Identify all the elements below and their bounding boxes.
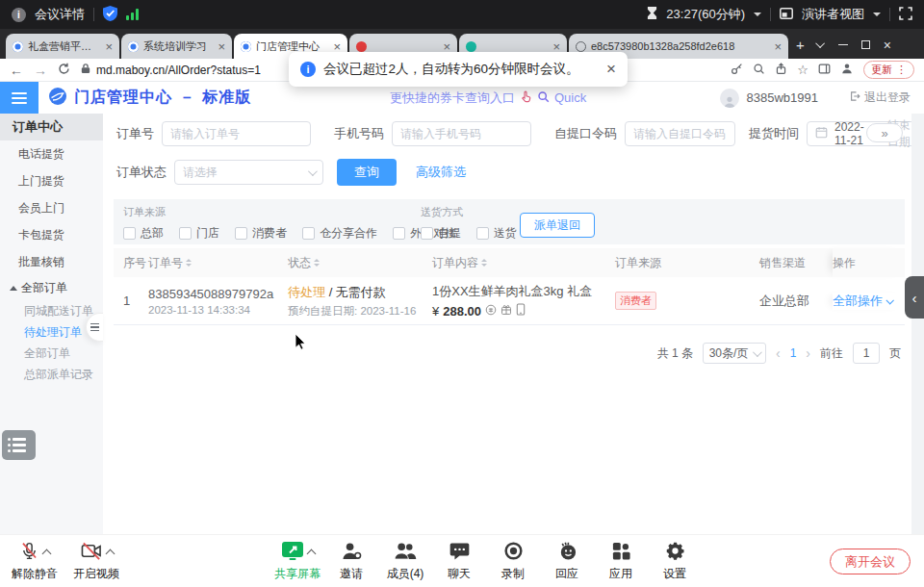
view-mode-label[interactable]: 演讲者视图 <box>802 6 864 23</box>
current-page[interactable]: 1 <box>790 346 797 360</box>
checkbox-consumer[interactable]: 消费者 <box>235 225 287 242</box>
checkbox-hq[interactable]: 总部 <box>123 225 164 242</box>
tab-close-icon[interactable]: × <box>443 40 450 53</box>
menu-kebab-icon[interactable]: ⋮ <box>896 64 907 76</box>
new-tab-button[interactable]: + <box>796 37 805 53</box>
refresh-button[interactable] <box>58 63 70 78</box>
search-button[interactable]: 查询 <box>337 159 397 186</box>
checkbox-self-pickup[interactable]: 自提 <box>421 225 461 242</box>
order-created-time: 2023-11-13 14:33:34 <box>148 304 288 316</box>
checkbox-delivery[interactable]: 送货 <box>476 225 517 242</box>
tool-label: 设置 <box>663 566 686 582</box>
logout-button[interactable]: 退出登录 <box>849 89 911 106</box>
sidebar-group-all-orders[interactable]: 全部订单 <box>0 275 103 300</box>
order-no-label: 订单号 <box>116 125 154 142</box>
fullscreen-icon[interactable] <box>899 7 912 23</box>
tab-search-icon[interactable] <box>815 38 825 48</box>
floating-list-button[interactable] <box>2 430 36 460</box>
prev-page-button[interactable]: ‹ <box>776 345 781 361</box>
sort-icon[interactable] <box>186 256 192 269</box>
meeting-info-icon[interactable]: i <box>12 8 26 22</box>
tab-close-icon[interactable]: × <box>105 40 113 53</box>
dispatch-return-button[interactable]: 派单退回 <box>520 213 595 238</box>
back-button[interactable]: ← <box>10 63 23 78</box>
advanced-filter-link[interactable]: 高级筛选 <box>416 164 466 181</box>
tab-close-icon[interactable]: × <box>552 40 560 53</box>
share-icon[interactable] <box>775 63 787 78</box>
sort-icon[interactable] <box>481 256 487 269</box>
view-dropdown-icon[interactable] <box>873 13 881 20</box>
tool-label: 解除静音 <box>12 566 58 582</box>
quick-label[interactable]: Quick <box>554 90 586 105</box>
invite-button[interactable]: 邀请 <box>324 541 378 582</box>
tab-close-icon[interactable]: × <box>774 40 782 53</box>
window-close-button[interactable]: × <box>884 38 891 53</box>
bookmark-star-icon[interactable]: ☆ <box>797 63 808 77</box>
date-range-picker[interactable]: 2022-11-21 - 结束日期 <box>807 121 924 146</box>
main-area: 订单中心 电话提货 上门提货 会员上门 卡包提货 批量核销 全部订单 同城配送订… <box>0 114 924 534</box>
phone-input[interactable] <box>392 121 531 146</box>
tab-close-icon[interactable]: × <box>333 40 341 53</box>
col-status[interactable]: 状态 <box>288 255 432 271</box>
order-no-input[interactable] <box>162 121 311 146</box>
meeting-panel-handle[interactable]: ‹ <box>905 276 924 319</box>
order-no-value[interactable]: 83859345088979792a <box>148 287 288 301</box>
col-content[interactable]: 订单内容 <box>432 255 615 271</box>
start-date-value[interactable]: 2022-11-21 <box>834 120 870 147</box>
apps-button[interactable]: 应用 <box>594 541 648 582</box>
username[interactable]: 8385wb1991 <box>747 90 818 105</box>
sidebar-item-member-visit[interactable]: 会员上门 <box>0 194 103 221</box>
page-size-select[interactable]: 30条/页 <box>703 343 766 364</box>
tab-close-icon[interactable]: × <box>218 40 225 53</box>
mic-options-caret[interactable] <box>42 549 52 558</box>
chat-button[interactable]: 聊天 <box>432 541 486 582</box>
sidebar-subitem-all-orders[interactable]: 全部订单 <box>0 343 103 364</box>
col-order-no[interactable]: 订单号 <box>148 255 288 271</box>
window-maximize-button[interactable] <box>861 40 870 49</box>
forward-button[interactable]: → <box>34 63 47 78</box>
timer-dropdown-icon[interactable] <box>754 13 761 20</box>
profile-icon[interactable] <box>840 62 854 78</box>
reactions-button[interactable]: 回应 <box>540 541 594 582</box>
pickup-code-input[interactable] <box>625 121 735 146</box>
share-screen-button[interactable]: 共享屏幕 <box>270 541 324 582</box>
camera-options-caret[interactable] <box>105 549 115 558</box>
toast-close-icon[interactable]: × <box>606 60 616 79</box>
sort-icon[interactable] <box>314 256 320 269</box>
unmute-button[interactable]: 解除静音 <box>8 541 62 582</box>
menu-hamburger-button[interactable] <box>0 82 38 114</box>
members-button[interactable]: 成员(4) <box>378 541 432 582</box>
sidebar-item-door-pickup[interactable]: 上门提货 <box>0 167 103 194</box>
record-button[interactable]: 录制 <box>486 541 540 582</box>
sidebar-item-batch-verify[interactable]: 批量核销 <box>0 248 103 275</box>
quick-entry-text[interactable]: 更快捷的券卡查询入口 <box>390 89 515 107</box>
goto-page-input[interactable] <box>853 343 880 364</box>
checkbox-warehouse-share[interactable]: 仓分享合作 <box>302 225 377 242</box>
sidebar-item-card-pickup[interactable]: 卡包提货 <box>0 221 103 248</box>
url-field[interactable]: md.maboy.cn/AllOrder?status=1 <box>81 63 261 77</box>
user-avatar[interactable] <box>720 89 739 108</box>
password-key-icon[interactable] <box>731 63 743 78</box>
table-row[interactable]: 1 83859345088979792a 2023-11-13 14:33:34… <box>114 277 905 325</box>
next-page-button[interactable]: › <box>806 345 810 361</box>
sidebar-item-phone-pickup[interactable]: 电话提货 <box>0 140 103 167</box>
start-video-button[interactable]: 开启视频 <box>69 541 123 582</box>
sidebar-subitem-hq-dispatch[interactable]: 总部派单记录 <box>0 364 103 385</box>
expand-more-button[interactable]: » <box>866 123 903 142</box>
checkbox-store[interactable]: 门店 <box>179 225 219 242</box>
meeting-details-label[interactable]: 会议详情 <box>35 6 85 23</box>
zoom-icon[interactable] <box>753 63 765 78</box>
order-status-select[interactable]: 请选择 <box>174 160 323 185</box>
leave-meeting-button[interactable]: 离开会议 <box>830 549 911 574</box>
row-action-dropdown[interactable]: 全部操作 <box>833 293 905 310</box>
meeting-shield-icon[interactable] <box>103 6 117 24</box>
quick-entry[interactable]: 更快捷的券卡查询入口 Quick <box>390 89 586 107</box>
chrome-update-button[interactable]: 更新 ⋮ <box>863 61 914 79</box>
share-options-caret[interactable] <box>306 549 316 558</box>
window-minimize-button[interactable] <box>838 44 848 46</box>
settings-button[interactable]: 设置 <box>648 541 702 582</box>
browser-tab[interactable]: 系统培训学习 × <box>121 34 232 59</box>
scrollbar-gutter[interactable] <box>911 114 924 534</box>
browser-tab[interactable]: 礼盒营销平台管理中心 × <box>6 34 119 59</box>
side-panel-icon[interactable] <box>818 63 831 78</box>
